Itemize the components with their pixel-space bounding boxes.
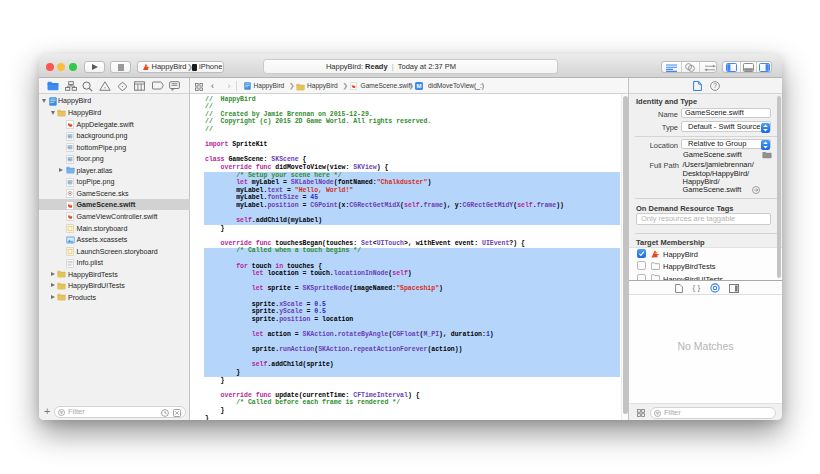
svg-text:?: ? [713,82,717,89]
